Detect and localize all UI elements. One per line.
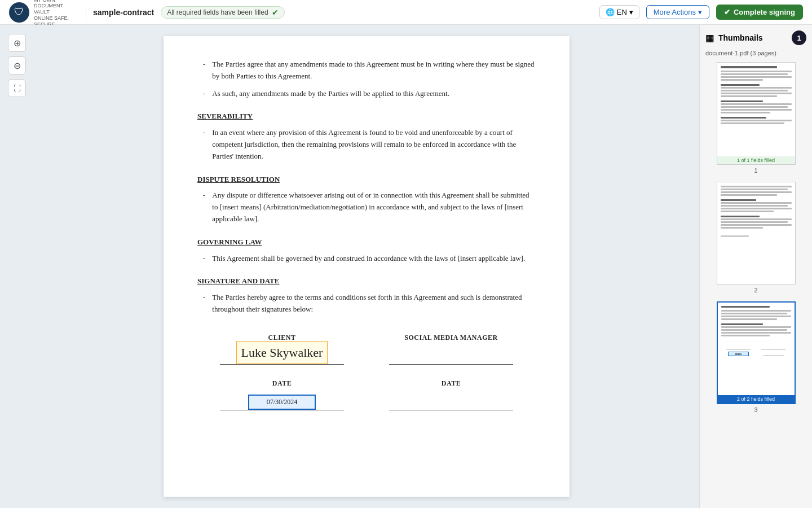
signature-area: CLIENT Luke Skywalker SOCIAL MEDIA MANAG… <box>197 332 536 413</box>
app-header: 🛡 MY OWN DOCUMENT VAULT ONLINE SAFE. SEC… <box>0 0 812 25</box>
document-page: - The Parties agree that any amendments … <box>164 36 570 497</box>
client-sig-col: CLIENT Luke Skywalker <box>214 332 350 367</box>
dispute-title: DISPUTE RESOLUTION <box>197 174 536 186</box>
client-date-label: DATE <box>272 378 292 389</box>
chevron-down-icon: ▾ <box>698 8 702 16</box>
thumbnail-page-3[interactable]: date 2 of 2 fields filled 3 <box>705 301 806 413</box>
manager-sig-col: SOCIAL MEDIA MANAGER <box>383 332 519 367</box>
chevron-down-icon: ▾ <box>629 8 633 16</box>
manager-sig-line <box>389 348 513 365</box>
signature-title: SIGNATURE AND DATE <box>197 275 536 287</box>
globe-icon: 🌐 <box>606 8 615 16</box>
zoom-in-icon: ⊕ <box>14 38 21 49</box>
complete-label: Complete signing <box>734 8 795 16</box>
severability-bullet: - In an event where any provision of thi… <box>197 127 536 162</box>
thumbnails-icon: ▦ <box>705 33 714 43</box>
manager-date-line <box>389 393 513 410</box>
zoom-out-button[interactable]: ⊖ <box>8 56 26 75</box>
document-area[interactable]: - The Parties agree that any amendments … <box>34 25 699 508</box>
signature-row: CLIENT Luke Skywalker SOCIAL MEDIA MANAG… <box>197 332 536 367</box>
governing-section: GOVERNING LAW - This Agreement shall be … <box>197 237 536 265</box>
thumbnail-page-2[interactable]: 2 <box>705 182 806 294</box>
language-button[interactable]: 🌐 EN ▾ <box>599 5 639 19</box>
check-icon: ✔ <box>272 8 279 17</box>
check-icon: ✔ <box>724 8 730 16</box>
severability-section: SEVERABILITY - In an event where any pro… <box>197 111 536 162</box>
signature-script: Luke Skywalker <box>236 341 328 364</box>
page-2-number: 2 <box>754 287 757 294</box>
more-actions-button[interactable]: More Actions ▾ <box>646 5 709 19</box>
thumbnail-img-3[interactable]: date 2 of 2 fields filled <box>717 301 796 404</box>
status-badge: All required fields have been filled ✔ <box>161 6 284 19</box>
thumbnail-img-1[interactable]: 1 of 1 fields filled <box>717 62 796 165</box>
signature-section: SIGNATURE AND DATE - The Parties hereby … <box>197 275 536 315</box>
manager-date-col: DATE <box>383 378 519 413</box>
logo-text: MY OWN DOCUMENT VAULT ONLINE SAFE. SECUR… <box>34 0 79 28</box>
page-3-fields-badge: 2 of 2 fields filled <box>718 395 795 403</box>
page-1-number: 1 <box>754 167 757 174</box>
complete-signing-button[interactable]: ✔ Complete signing <box>716 5 803 20</box>
notification-badge: 1 <box>792 30 806 45</box>
thumbnails-title: Thumbnails <box>718 33 763 42</box>
header-divider <box>86 6 86 19</box>
thumbnail-page-1[interactable]: 1 of 1 fields filled 1 <box>705 62 806 174</box>
logo-area: 🛡 MY OWN DOCUMENT VAULT ONLINE SAFE. SEC… <box>9 0 79 28</box>
logo-icon: 🛡 <box>9 2 29 23</box>
signature-bullet: - The Parties hereby agree to the terms … <box>197 292 536 316</box>
more-actions-label: More Actions <box>654 8 696 16</box>
client-sig-line: Luke Skywalker <box>220 348 344 365</box>
thumbnails-header: ▦ Thumbnails 1 <box>705 30 806 45</box>
doc-filename: document-1.pdf (3 pages) <box>705 50 806 56</box>
zoom-panel: ⊕ ⊖ ⛶ <box>0 25 34 508</box>
thumbnail-img-2[interactable] <box>717 182 796 284</box>
manager-label: SOCIAL MEDIA MANAGER <box>404 332 497 343</box>
document-title: sample-contract <box>93 8 154 17</box>
page-1-fields-badge: 1 of 1 fields filled <box>717 156 795 164</box>
main-area: ⊕ ⊖ ⛶ - The Parties agree that any amend… <box>0 25 812 508</box>
governing-bullet: - This Agreement shall be governed by an… <box>197 253 536 265</box>
fit-page-button[interactable]: ⛶ <box>8 79 26 97</box>
status-text: All required fields have been filled <box>167 8 268 16</box>
thumbnails-panel: ▦ Thumbnails 1 document-1.pdf (3 pages) <box>699 25 812 508</box>
fit-icon: ⛶ <box>14 84 21 93</box>
amendment-bullet-1: - The Parties agree that any amendments … <box>197 59 536 82</box>
amendment-bullet-2: - As such, any amendments made by the Pa… <box>197 88 536 100</box>
page-3-number: 3 <box>754 406 757 413</box>
dispute-section: DISPUTE RESOLUTION - Any dispute or diff… <box>197 174 536 225</box>
zoom-out-icon: ⊖ <box>14 60 21 71</box>
date-row: DATE 07/30/2024 DATE <box>197 378 536 413</box>
lang-label: EN <box>617 8 627 16</box>
amendments-section: - The Parties agree that any amendments … <box>197 59 536 99</box>
manager-date-label: DATE <box>442 378 461 389</box>
date-input[interactable]: 07/30/2024 <box>248 395 316 410</box>
client-date-line[interactable]: 07/30/2024 <box>220 393 344 410</box>
zoom-in-button[interactable]: ⊕ <box>8 34 26 52</box>
dispute-bullet: - Any dispute or difference whatsoever a… <box>197 190 536 225</box>
severability-title: SEVERABILITY <box>197 111 536 122</box>
governing-title: GOVERNING LAW <box>197 237 536 248</box>
client-date-col: DATE 07/30/2024 <box>214 378 350 413</box>
